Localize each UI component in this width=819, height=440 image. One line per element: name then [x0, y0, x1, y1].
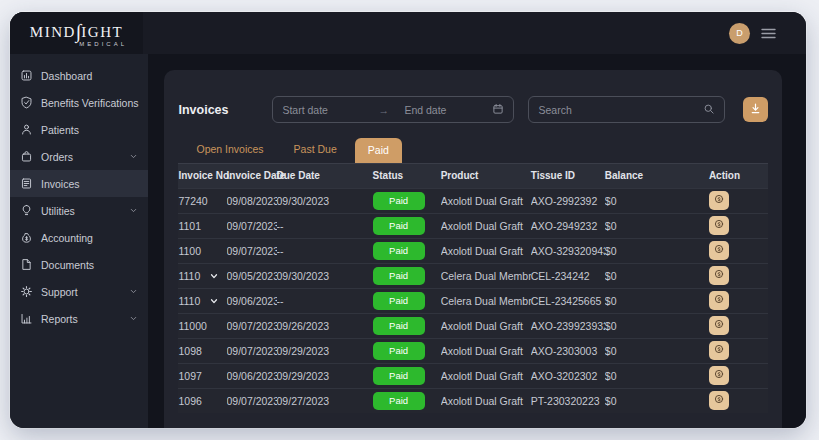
tissue-id-cell: AXO-2303003	[531, 338, 605, 363]
sidebar-item-support[interactable]: Support	[10, 278, 148, 305]
coin-icon	[713, 343, 725, 358]
hamburger-menu-icon[interactable]	[761, 28, 776, 39]
invoice-date-cell: 09/07/2023	[227, 238, 277, 263]
product-cell: Celera Dual Membrane	[441, 263, 531, 288]
coin-icon	[713, 193, 725, 208]
sidebar-item-label: Support	[41, 286, 78, 298]
calendar-icon	[492, 103, 504, 117]
invoice-no-text: 1097	[178, 370, 201, 382]
patient-icon	[20, 123, 33, 136]
date-range-picker[interactable]: Start date → End date	[272, 96, 514, 123]
status-cell: Paid	[373, 213, 441, 238]
payment-action-button[interactable]	[709, 291, 729, 310]
invoice-date-cell: 09/07/2023	[227, 213, 277, 238]
invoice-no-text: 1100	[178, 245, 201, 257]
search-icon	[703, 101, 715, 119]
invoice-row: 1110 09/06/2023 -- Paid Celera Dual Memb…	[178, 288, 768, 313]
due-date-cell: 09/30/2023	[277, 263, 373, 288]
download-button[interactable]	[743, 97, 768, 122]
product-cell: Axolotl Dual Graft	[441, 188, 531, 213]
row-expand-button[interactable]	[209, 296, 219, 306]
sidebar-item-patients[interactable]: Patients	[10, 116, 148, 143]
payment-action-button[interactable]	[709, 316, 729, 335]
top-header: MIND∫IGHT MEDICAL D	[10, 12, 806, 54]
invoice-row: 1101 09/07/2023 -- Paid Axolotl Dual Gra…	[178, 213, 768, 238]
sidebar-item-label: Documents	[41, 259, 94, 271]
search-input[interactable]	[538, 104, 702, 116]
action-cell	[709, 338, 768, 363]
status-badge: Paid	[373, 342, 425, 360]
sidebar-item-dashboard[interactable]: Dashboard	[10, 62, 148, 89]
invoice-date-cell: 09/06/2023	[227, 363, 277, 388]
column-header-tissue-id: Tissue ID	[531, 164, 605, 188]
row-expand-button[interactable]	[209, 271, 219, 281]
balance-cell: $0	[605, 263, 709, 288]
download-icon	[749, 102, 762, 118]
invoice-icon	[20, 177, 33, 190]
invoice-row: 1098 09/07/2023 09/29/2023 Paid Axolotl …	[178, 338, 768, 363]
invoice-row: 11000 09/07/2023 09/26/2023 Paid Axolotl…	[178, 313, 768, 338]
sidebar-item-documents[interactable]: Documents	[10, 251, 148, 278]
lightbulb-icon	[20, 204, 33, 217]
due-date-cell: 09/29/2023	[277, 363, 373, 388]
invoice-row: 1110 09/05/2023 09/30/2023 Paid Celera D…	[178, 263, 768, 288]
tissue-id-cell: CEL-23425665	[531, 288, 605, 313]
user-avatar[interactable]: D	[729, 23, 750, 44]
payment-action-button[interactable]	[709, 341, 729, 360]
payment-action-button[interactable]	[709, 366, 729, 385]
due-date-cell: 09/29/2023	[277, 338, 373, 363]
start-date-input[interactable]: Start date	[282, 104, 378, 116]
action-cell	[709, 213, 768, 238]
status-badge: Paid	[373, 392, 425, 410]
gear-icon	[20, 285, 33, 298]
payment-action-button[interactable]	[709, 266, 729, 285]
invoice-date-cell: 09/07/2023	[227, 313, 277, 338]
due-date-cell: --	[277, 288, 373, 313]
column-header-balance: Balance	[605, 164, 709, 188]
brand-logo[interactable]: MIND∫IGHT MEDICAL	[10, 12, 143, 54]
invoice-no-cell: 1110	[178, 288, 226, 313]
status-badge: Paid	[373, 192, 425, 210]
action-cell	[709, 188, 768, 213]
sidebar-item-orders[interactable]: Orders	[10, 143, 148, 170]
sidebar-item-label: Patients	[41, 124, 79, 136]
sidebar-item-utilities[interactable]: Utilities	[10, 197, 148, 224]
chevron-down-icon	[129, 314, 138, 323]
payment-action-button[interactable]	[709, 216, 729, 235]
tab-open-invoices[interactable]: Open Invoices	[184, 137, 275, 163]
action-cell	[709, 388, 768, 413]
status-cell: Paid	[373, 363, 441, 388]
invoice-no-text: 1101	[178, 220, 201, 232]
document-icon	[20, 258, 33, 271]
balance-cell: $0	[605, 288, 709, 313]
invoice-no-cell: 1100	[178, 238, 226, 263]
tab-paid[interactable]: Paid	[355, 138, 402, 163]
sidebar-item-label: Benefits Verifications	[41, 97, 138, 109]
report-chart-icon	[20, 312, 33, 325]
table-header-row: Invoice No. Invoice Date Due Date Status…	[178, 164, 768, 188]
sidebar-item-benefits-verifications[interactable]: Benefits Verifications	[10, 89, 148, 116]
orders-bag-icon	[20, 150, 33, 163]
payment-action-button[interactable]	[709, 191, 729, 210]
due-date-cell: --	[277, 238, 373, 263]
tissue-id-cell: AXO-2992392	[531, 188, 605, 213]
invoice-no-cell: 1096	[178, 388, 226, 413]
sidebar-item-invoices[interactable]: Invoices	[10, 170, 148, 197]
balance-cell: $0	[605, 388, 709, 413]
payment-action-button[interactable]	[709, 391, 729, 410]
sidebar-item-reports[interactable]: Reports	[10, 305, 148, 332]
invoice-no-cell: 1101	[178, 213, 226, 238]
payment-action-button[interactable]	[709, 241, 729, 260]
action-cell	[709, 263, 768, 288]
action-cell	[709, 313, 768, 338]
invoice-date-cell: 09/07/2023	[227, 338, 277, 363]
product-cell: Axolotl Dual Graft	[441, 388, 531, 413]
sidebar-item-accounting[interactable]: Accounting	[10, 224, 148, 251]
end-date-input[interactable]: End date	[404, 104, 492, 116]
balance-cell: $0	[605, 213, 709, 238]
search-box[interactable]	[528, 96, 724, 123]
toolbar: Invoices Start date → End date	[178, 70, 768, 137]
app-window: MIND∫IGHT MEDICAL D Dashboard Benefits V…	[10, 12, 806, 428]
tab-past-due[interactable]: Past Due	[282, 137, 349, 163]
invoice-no-cell: 77240	[178, 188, 226, 213]
